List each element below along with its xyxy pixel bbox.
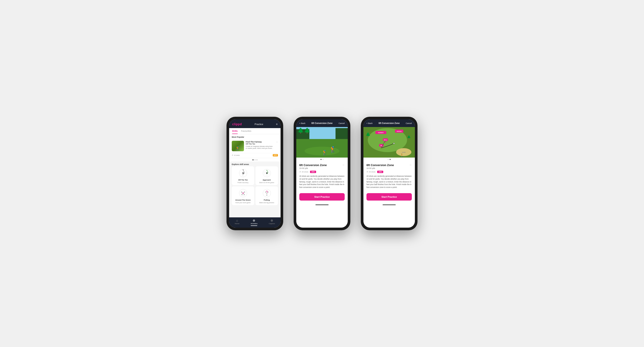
- svg-text:FAIRWAY: FAIRWAY: [378, 132, 384, 133]
- home-indicator: [296, 203, 348, 207]
- phone2-header: < Back 6ft Conversion Zone Cancel: [296, 119, 348, 127]
- p3-cancel-button[interactable]: Cancel: [406, 122, 412, 124]
- ott-desc: Power accuracy: [238, 182, 248, 183]
- img-dot-2: [322, 159, 324, 160]
- drill-map-image: FAIRWAY ROUGH Miss Hit: [364, 127, 415, 158]
- svg-text:🏌️: 🏌️: [322, 150, 328, 156]
- skill-card-approach[interactable]: Approach Dial-in to hit the green: [256, 166, 278, 185]
- p2-arg-badge: ARG: [310, 171, 316, 173]
- drill-info: Find The Fairway Off The Tee Create an i…: [246, 141, 274, 149]
- start-practice-button-p3[interactable]: Start Practice: [366, 193, 412, 201]
- course-map: FAIRWAY ROUGH Miss Hit: [364, 127, 415, 158]
- phone2-header-title: 6ft Conversion Zone: [312, 122, 333, 124]
- svg-line-31: [267, 191, 268, 192]
- drill-title-p2: 6ft Conversion Zone: [299, 163, 327, 167]
- activities-icon: ⊕: [253, 219, 255, 222]
- p3-drill-meta: ⏱ 20 shots ARG: [366, 171, 412, 173]
- phones-container: clippd Practice ≡ Drills Favourites Most…: [226, 117, 418, 230]
- capture-label: Capture: [269, 223, 275, 225]
- dot-3: [256, 159, 258, 160]
- drill-title: Find The Fairway: [246, 141, 274, 143]
- featured-drill-card[interactable]: Find The Fairway Off The Tee Create an i…: [229, 139, 280, 158]
- drill-range: 10-50 yds: [299, 167, 327, 169]
- p3-favourite-icon[interactable]: ☆: [410, 163, 412, 167]
- drill-thumbnail: [232, 141, 244, 151]
- svg-text:Hit: Hit: [380, 145, 382, 146]
- svg-text:🚶: 🚶: [400, 154, 404, 157]
- nav-activities[interactable]: ⊕ Activities: [251, 219, 258, 226]
- svg-text:Miss: Miss: [384, 139, 387, 141]
- bottom-nav: ⌂ Home ⊕ Activities ⊕ Capture: [229, 217, 280, 228]
- nav-capture[interactable]: ⊕ Capture: [269, 219, 275, 226]
- p3-drill-header-row: 6ft Conversion Zone 10-50 yds ☆: [366, 163, 412, 169]
- phone3-header-title: 6ft Conversion Zone: [379, 122, 400, 124]
- svg-point-52: [393, 143, 394, 144]
- phone-2-screen: < Back 6ft Conversion Zone Cancel: [296, 119, 348, 228]
- most-popular-heading: Most Popular: [229, 134, 280, 139]
- skill-card-ott[interactable]: Off The Tee Power accuracy: [232, 166, 254, 185]
- home-bar: [316, 204, 328, 205]
- ott-icon: [238, 168, 248, 178]
- map-dot-1: [388, 159, 389, 160]
- p2-description: 20 shots are randomly generated at dista…: [299, 175, 345, 189]
- p3-description: 20 shots are randomly generated at dista…: [366, 175, 412, 189]
- carousel-dots: [229, 158, 280, 162]
- nav-home[interactable]: ⌂ Home: [235, 219, 239, 226]
- drill-image: 🏌️: [296, 127, 348, 158]
- p3-back-button[interactable]: < Back: [366, 122, 372, 124]
- svg-text:ROUGH: ROUGH: [397, 131, 402, 132]
- home-icon: ⌂: [236, 219, 238, 222]
- active-indicator: [251, 225, 257, 226]
- approach-name: Approach: [263, 179, 271, 181]
- skill-card-putting[interactable]: Putting Make and lag practice: [256, 186, 278, 205]
- ott-name: Off The Tee: [238, 179, 248, 181]
- phone-3: < Back 6ft Conversion Zone Cancel FAIRWA…: [361, 117, 418, 230]
- skill-card-atg[interactable]: Around The Green Hone your short game: [232, 186, 254, 205]
- tab-drills[interactable]: Drills: [232, 128, 238, 134]
- svg-text:🌲: 🌲: [407, 135, 411, 139]
- phone-1: clippd Practice ≡ Drills Favourites Most…: [226, 117, 283, 230]
- svg-line-32: [267, 192, 268, 193]
- app-logo: clippd: [232, 122, 242, 126]
- p2-favourite-icon[interactable]: ☆: [342, 163, 345, 167]
- approach-desc: Dial-in to hit the green: [259, 182, 274, 183]
- map-dots: [364, 158, 415, 161]
- phone1-content: Most Popular Find The Fairway Off The Te…: [229, 134, 280, 217]
- svg-text:SAND: SAND: [402, 152, 406, 153]
- p3-arg-badge: ARG: [377, 171, 383, 173]
- drill-header-row: 6ft Conversion Zone 10-50 yds ☆: [299, 163, 345, 169]
- p3-clock-icon: ⏱: [366, 171, 368, 173]
- menu-icon[interactable]: ≡: [276, 123, 278, 126]
- approach-icon: [262, 168, 272, 178]
- activities-label: Activities: [251, 223, 258, 225]
- shots-count: ⏱ 10 shots: [232, 155, 240, 156]
- tab-favourites[interactable]: Favourites: [241, 128, 251, 134]
- p3-home-bar: [382, 204, 396, 205]
- phone3-header: < Back 6ft Conversion Zone Cancel: [364, 119, 415, 127]
- phone-2: < Back 6ft Conversion Zone Cancel: [294, 117, 350, 230]
- putting-icon: [262, 188, 272, 198]
- drill-subtitle: Off The Tee: [246, 143, 274, 145]
- svg-point-13: [266, 172, 268, 174]
- map-dot-2: [390, 159, 391, 160]
- putting-name: Putting: [264, 199, 270, 201]
- drill-meta: ⏱ 20 shots ARG: [299, 171, 345, 173]
- p2-shots: ⏱ 20 shots: [299, 171, 308, 173]
- svg-point-6: [242, 172, 244, 174]
- start-practice-button-p2[interactable]: Start Practice: [299, 193, 345, 201]
- cancel-button[interactable]: Cancel: [338, 122, 345, 124]
- img-dot-1: [320, 159, 322, 160]
- atg-desc: Hone your short game: [236, 202, 250, 203]
- p3-home-indicator: [364, 203, 415, 207]
- p3-shots: ⏱ 20 shots: [366, 171, 376, 173]
- skill-grid: Off The Tee Power accuracy: [229, 166, 280, 207]
- p3-drill-range: 10-50 yds: [366, 167, 394, 169]
- drill-description: Create an imaginary fairway using trees …: [246, 145, 274, 149]
- ott-badge: OTT: [273, 154, 278, 156]
- p2-clock-icon: ⏱: [299, 171, 301, 173]
- phone1-header: clippd Practice ≡: [229, 119, 280, 128]
- svg-text:🌲: 🌲: [366, 132, 370, 137]
- favourite-icon[interactable]: ☆: [276, 141, 278, 143]
- capture-icon: ⊕: [270, 219, 273, 222]
- back-button[interactable]: < Back: [299, 122, 306, 124]
